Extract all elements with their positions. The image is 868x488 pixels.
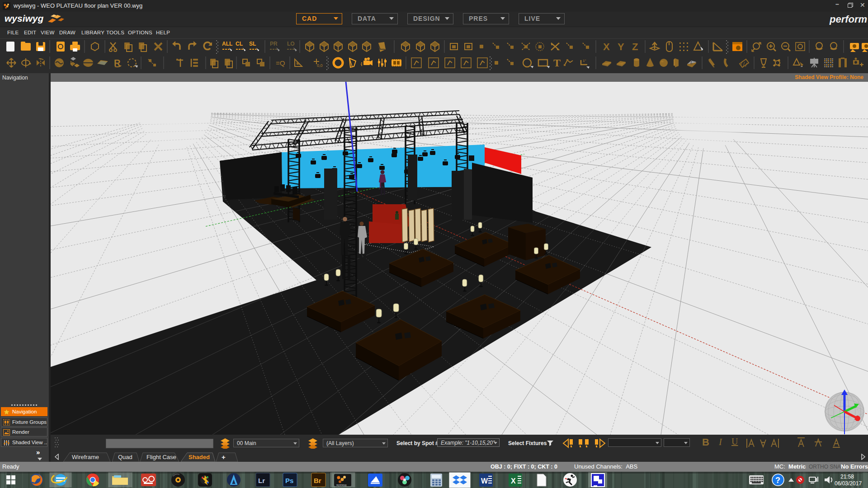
- svg-text:Y: Y: [618, 41, 624, 52]
- svg-text:Quad: Quad: [118, 454, 132, 460]
- svg-text:SL: SL: [249, 41, 256, 47]
- svg-text:CL: CL: [236, 41, 243, 47]
- svg-text:Ps: Ps: [285, 477, 293, 484]
- svg-text:?: ?: [775, 476, 780, 485]
- svg-text:0,0: 0,0: [317, 63, 323, 68]
- svg-text:W: W: [481, 477, 488, 485]
- svg-text:Br: Br: [314, 477, 321, 484]
- svg-text:ALL: ALL: [222, 41, 232, 47]
- svg-text:06/03/2017: 06/03/2017: [835, 480, 862, 487]
- svg-text:Wireframe: Wireframe: [72, 454, 99, 460]
- svg-text:Lr: Lr: [258, 477, 265, 484]
- svg-text:1": 1": [583, 59, 586, 63]
- svg-text:21:58: 21:58: [840, 474, 854, 480]
- svg-text:Shaded: Shaded: [189, 454, 210, 460]
- svg-text:T: T: [553, 57, 561, 69]
- svg-text:wysiwyg: wysiwyg: [336, 483, 346, 486]
- svg-text:Z: Z: [632, 41, 638, 52]
- svg-text:+: +: [222, 453, 226, 461]
- svg-text:L: L: [690, 60, 693, 65]
- svg-text:X: X: [511, 477, 516, 485]
- svg-text:PR: PR: [270, 41, 278, 47]
- svg-text:Flight Case: Flight Case: [146, 454, 176, 460]
- svg-text:=Q: =Q: [276, 59, 285, 67]
- svg-text:LO: LO: [287, 41, 295, 47]
- svg-text:X: X: [603, 41, 610, 52]
